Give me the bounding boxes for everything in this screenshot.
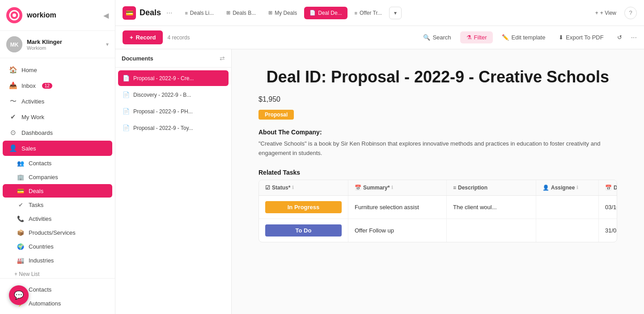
more-options-icon[interactable]: ··· xyxy=(166,9,172,17)
td-description xyxy=(447,219,536,242)
sidebar-item-label: Deals xyxy=(29,188,43,194)
sidebar-item-label: Home xyxy=(21,67,37,73)
sidebar-item-label: Activities xyxy=(21,98,44,105)
tasks-table-header: ☑ Status* ℹ 📅 Summary* ℹ ≡ Description xyxy=(259,180,617,196)
edit-template-label: Edit template xyxy=(511,34,545,41)
document-name: Proposal - 2022-9 - Toy... xyxy=(133,125,193,131)
tab-label: Deals Li... xyxy=(190,10,214,16)
topbar: 💳 Deals ··· ≡ Deals Li... ⊞ Deals B... ⊞… xyxy=(115,0,644,26)
sidebar-item-label: Countries xyxy=(29,243,54,250)
td-duedate: 31/08/2024 xyxy=(599,219,617,242)
filter-label: Filter xyxy=(474,34,487,41)
about-company-label: About The Company: xyxy=(258,129,617,136)
td-summary: Offer Follow up xyxy=(348,219,447,242)
search-button[interactable]: 🔍 Search xyxy=(419,31,455,43)
sidebar-collapse-button[interactable]: ◀ xyxy=(103,11,109,20)
sidebar-item-companies[interactable]: 🏢 Companies xyxy=(3,170,112,184)
document-icon: 📄 xyxy=(123,75,130,82)
company-description: "Creative Schools" is a book by Sir Ken … xyxy=(258,139,617,158)
sidebar-item-mywork[interactable]: ✔ My Work xyxy=(3,109,112,125)
table-row: In Progress Furniture selection assist T… xyxy=(259,196,617,219)
help-button[interactable]: ? xyxy=(624,7,637,19)
user-profile[interactable]: MK Mark Klinger Workiom ▾ xyxy=(0,31,115,58)
sidebar-item-label: Activities xyxy=(29,215,51,222)
offer-icon: ≡ xyxy=(355,10,357,16)
inbox-icon: 📥 xyxy=(9,82,17,90)
document-item[interactable]: 📄 Proposal - 2022-9 - PH... xyxy=(118,103,229,119)
tab-deals-list[interactable]: ≡ Deals Li... xyxy=(179,7,219,19)
export-icon: ⬇ xyxy=(559,34,564,41)
export-pdf-button[interactable]: ⬇ Export To PDF xyxy=(554,31,608,43)
tab-more-button[interactable]: ▾ xyxy=(389,7,402,19)
tab-offer-tr[interactable]: ≡ Offer Tr... xyxy=(349,7,387,19)
sidebar-item-inbox[interactable]: 📥 Inbox 12 xyxy=(3,78,112,93)
tab-deal-detail[interactable]: 📄 Deal De... xyxy=(304,7,347,19)
th-label: Assignee xyxy=(551,185,575,191)
document-icon: 📄 xyxy=(123,125,130,131)
summary-value: Furniture selection assist xyxy=(355,204,419,211)
search-icon: 🔍 xyxy=(423,34,430,41)
question-icon: ? xyxy=(629,9,632,16)
table-row: To Do Offer Follow up 31/08/2024 xyxy=(259,219,617,242)
record-button[interactable]: + Record xyxy=(123,30,163,44)
detail-panel: Deal ID: Proposal - 2022-9 - Creative Sc… xyxy=(232,49,644,314)
add-view-button[interactable]: + + View xyxy=(591,7,621,19)
refresh-button[interactable]: ↺ xyxy=(613,31,627,43)
sidebar-item-label: Products/Services xyxy=(29,229,76,236)
sidebar-item-tasks[interactable]: ✔ Tasks xyxy=(3,198,112,211)
activities-icon: 〜 xyxy=(9,97,17,105)
sidebar-item-sales[interactable]: 👤 Sales xyxy=(3,141,112,156)
products-icon: 📦 xyxy=(17,229,24,236)
new-list-button[interactable]: + New List xyxy=(0,267,115,278)
tab-deals-board[interactable]: ⊞ Deals B... xyxy=(221,7,261,19)
document-item[interactable]: 📄 Proposal - 2022-9 - Toy... xyxy=(118,120,229,136)
sidebar-item-label: Inbox xyxy=(21,82,36,89)
sidebar-nav: 🏠 Home 📥 Inbox 12 〜 Activities ✔ My Work… xyxy=(0,58,115,278)
tab-my-deals[interactable]: ⊞ My Deals xyxy=(263,7,302,19)
th-assignee: 👤 Assignee ℹ xyxy=(536,180,599,195)
th-label: Due Date xyxy=(614,185,617,191)
info-icon: ℹ xyxy=(391,185,393,190)
plus-icon: + xyxy=(130,34,133,41)
sidebar-item-label: Sales xyxy=(21,145,36,152)
companies-icon: 🏢 xyxy=(17,173,24,181)
sidebar-item-label: Tasks xyxy=(29,202,43,208)
view-label: + View xyxy=(600,10,616,16)
inbox-badge: 12 xyxy=(42,83,52,89)
document-item[interactable]: 📄 Discovery - 2022-9 - B... xyxy=(118,87,229,103)
documents-collapse-button[interactable]: ⇄ xyxy=(220,55,225,62)
edit-template-button[interactable]: ✏️ Edit template xyxy=(497,31,550,43)
chat-button[interactable]: 💬 xyxy=(9,285,29,305)
more-actions-icon[interactable]: ··· xyxy=(631,34,637,42)
content-area: Documents ⇄ 📄 Proposal - 2022-9 - Cre...… xyxy=(115,49,644,314)
deal-title: Deal ID: Proposal - 2022-9 - Creative Sc… xyxy=(258,67,617,86)
sales-icon: 👤 xyxy=(9,144,17,152)
th-label: Summary* xyxy=(363,185,390,191)
th-label: Status* xyxy=(272,185,290,191)
record-label: Record xyxy=(136,34,156,41)
sidebar-item-industries[interactable]: 🏭 Industries xyxy=(3,254,112,267)
sidebar-header: workiom ◀ xyxy=(0,0,115,31)
sidebar-item-activities-sub[interactable]: 📞 Activities xyxy=(3,212,112,225)
description-value: The client woul... xyxy=(453,204,497,211)
sidebar-item-label: Dashboards xyxy=(21,129,53,136)
toolbar: + Record 4 records 🔍 Search ⚗ Filter ✏️ … xyxy=(115,26,644,49)
sidebar-item-dashboards[interactable]: ⊙ Dashboards xyxy=(3,125,112,140)
sidebar-item-deals[interactable]: 💳 Deals xyxy=(3,184,112,198)
filter-button[interactable]: ⚗ Filter xyxy=(460,31,493,43)
sidebar-item-activities[interactable]: 〜 Activities xyxy=(3,94,112,109)
td-duedate: 03/10/2024 xyxy=(599,196,617,219)
sidebar-item-home[interactable]: 🏠 Home xyxy=(3,62,112,77)
countries-icon: 🌍 xyxy=(17,243,24,250)
tabs-container: ≡ Deals Li... ⊞ Deals B... ⊞ My Deals 📄 … xyxy=(179,7,587,19)
filter-icon: ⚗ xyxy=(466,34,472,41)
deals-icon: 💳 xyxy=(17,187,24,194)
sidebar-item-products[interactable]: 📦 Products/Services xyxy=(3,226,112,239)
document-icon: 📄 xyxy=(123,108,130,115)
main-content: 💳 Deals ··· ≡ Deals Li... ⊞ Deals B... ⊞… xyxy=(115,0,644,314)
tab-label: Deal De... xyxy=(318,10,342,16)
sidebar-item-contacts[interactable]: 👥 Contacts xyxy=(3,156,112,170)
sidebar-item-countries[interactable]: 🌍 Countries xyxy=(3,240,112,253)
mywork-icon: ✔ xyxy=(9,113,17,121)
document-item[interactable]: 📄 Proposal - 2022-9 - Cre... xyxy=(118,70,229,86)
